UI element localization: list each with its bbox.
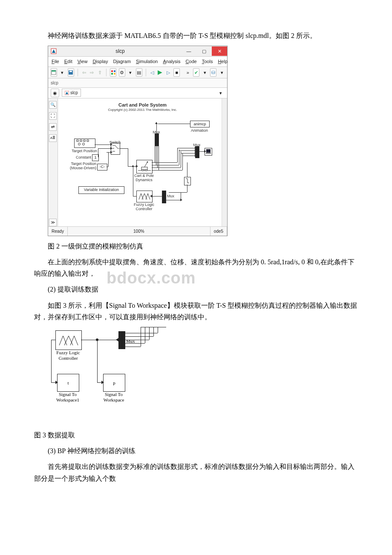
breadcrumb-item[interactable]: slcp [62,89,81,97]
heading-3: (3) BP 神经网络控制器的训练 [34,445,358,457]
block-mouse-pos[interactable]: -C- [97,164,107,171]
svg-rect-6 [111,70,113,72]
svg-point-18 [78,143,81,145]
label-target-position: Target Position [68,148,101,154]
svg-rect-7 [114,70,115,72]
window-close-button[interactable]: ✕ [212,46,227,56]
svg-rect-15 [80,140,82,142]
toolbar: ▾ ⇦ ⇨ ⇧ ⚙ ▾ ▤ ◁ ▶ ▷ ■ » ✔ ▾ ⛁ ▾ [48,67,227,78]
expand-button[interactable]: ≫ [49,219,57,226]
status-ready: Ready [48,227,68,236]
model-tab[interactable]: slcp [48,78,227,88]
block-mux-bottom[interactable] [162,191,166,203]
menu-edit[interactable]: Edit [64,58,72,66]
path-root-button[interactable]: ◉ [51,89,59,97]
label-stw2: Signal ToWorkspace [99,392,129,403]
label-mux-bottom: Mux [167,193,177,199]
label-stw1: Signal ToWorkspace1 [53,392,83,403]
figure-2-caption: 图 2 一级倒立摆的模糊控制仿真 [34,240,358,252]
canvas-scrollbar[interactable] [222,98,227,226]
svg-point-30 [147,161,148,162]
label-switch: Switch [107,139,123,146]
library-button[interactable] [110,68,116,77]
annotate-button[interactable]: A≣ [49,134,57,142]
paragraph-1: 神经网络训练数据来源于 MATLAB6.5 自带的一阶 T-S 型模糊控制 sl… [34,30,358,41]
check-button[interactable]: ✔ [193,68,199,77]
new-model-button[interactable] [51,68,57,77]
label-cart-pole: Cart & PoleDynamics [133,173,155,182]
window-minimize-button[interactable]: — [181,46,196,56]
dropdown-icon[interactable]: ▾ [60,69,65,76]
junction-node [96,338,98,341]
window-maximize-button[interactable]: ▢ [196,46,212,56]
step-forward-button[interactable]: ▷ [165,69,171,76]
up-button[interactable]: ⇧ [97,69,103,76]
run-button[interactable]: ▶ [157,69,163,76]
more-button[interactable]: » [185,69,190,76]
build-button[interactable]: ⛁ [210,68,216,77]
menu-simulation[interactable]: Simulation [136,58,158,66]
label-mouse-pos: Target Position(Mouse-Driven) [66,162,96,170]
menu-tools[interactable]: Tools [202,58,213,66]
paragraph-4: 首先将提取出的训练数据变为标准的训练数据形式，标准的训练数据分为输入和目标输出两… [34,461,358,484]
svg-rect-5 [69,71,72,72]
block-fuzzy-f3[interactable] [55,330,82,350]
dropdown-icon[interactable]: ▾ [128,69,133,76]
menu-bar: File Edit View Display Diagram Simulatio… [48,57,227,67]
dropdown-icon[interactable]: ▾ [219,69,225,76]
forward-button[interactable]: ⇨ [89,69,95,76]
svg-rect-3 [52,70,56,72]
svg-rect-12 [206,149,210,153]
menu-code[interactable]: Code [185,58,196,66]
explorer-button[interactable]: ▤ [136,68,142,77]
stop-button[interactable]: ■ [173,68,180,77]
back-button[interactable]: ⇦ [81,69,87,76]
path-dropdown-button[interactable]: ▾ [217,89,225,97]
label-animation: Animation [189,127,210,134]
step-back-button[interactable]: ◁ [150,69,155,76]
menu-view[interactable]: View [78,58,88,66]
breadcrumb-bar: ◉ slcp ▾ [48,88,227,98]
zoom-button[interactable]: 🔍 [49,101,57,109]
canvas-copyright: Copyright (c) 2002-2011 The MathWorks, I… [58,107,227,113]
block-target-position[interactable] [74,139,95,148]
figure-3-caption: 图 3 数据提取 [34,429,358,441]
block-animcp[interactable]: animcp [190,121,210,127]
svg-rect-9 [114,73,115,75]
nav-button[interactable]: ⇄ [49,123,57,131]
fit-button[interactable]: ⛶ [49,112,57,120]
svg-line-29 [144,162,147,167]
svg-rect-13 [206,153,211,154]
menu-analysis[interactable]: Analysis [163,58,180,66]
menu-help[interactable]: Help [218,58,228,66]
palette-sidebar: 🔍 ⛶ ⇄ A≣ ≫ [48,98,58,226]
label-mux-right: Mux [192,142,202,148]
status-bar: Ready 100% ode5 [48,226,227,236]
svg-rect-14 [77,140,78,142]
svg-rect-16 [84,140,85,142]
block-t[interactable]: t [57,374,79,392]
simulink-window: slcp — ▢ ✕ File Edit View Display Diagra… [48,46,228,236]
menu-diagram[interactable]: Diagram [113,58,131,66]
paragraph-2: 在上面的控制系统中提取摆角、角速度、位移、速度初始条件为分别为 0. 5rad,… [34,256,358,279]
label-fuzzy-f3: Fuzzy LogicController [51,350,85,361]
window-title: slcp [59,47,181,55]
app-icon [51,48,57,54]
svg-point-27 [142,169,144,171]
status-zoom: 100% [68,227,210,236]
block-p[interactable]: p [103,374,125,392]
label-fuzzy: Fuzzy LogicController [132,202,156,211]
menu-display[interactable]: Display [92,58,108,66]
block-memory[interactable] [184,177,191,185]
config-button[interactable]: ⚙ [119,68,125,77]
save-button[interactable] [68,68,74,77]
window-titlebar: slcp — ▢ ✕ [48,46,227,57]
block-var-init[interactable]: Variable Initialization [78,186,124,194]
dropdown-icon[interactable]: ▾ [202,69,208,76]
figure-2: slcp — ▢ ✕ File Edit View Display Diagra… [48,46,358,236]
label-mux-f3: Mux [126,337,141,345]
model-canvas[interactable]: Cart and Pole System Copyright (c) 2002-… [58,98,227,226]
menu-file[interactable]: File [52,58,59,66]
status-solver: ode5 [210,227,227,236]
block-cart-pole[interactable] [136,160,153,173]
